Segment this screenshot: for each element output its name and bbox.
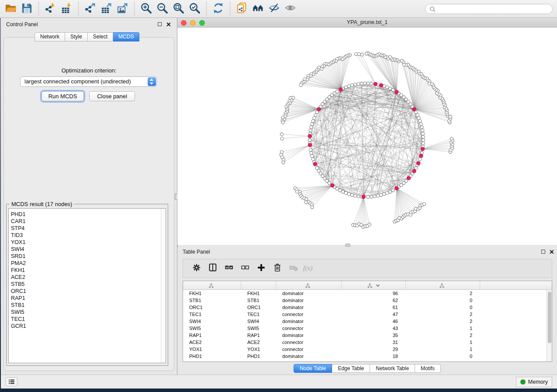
zoom-selected-button[interactable]	[187, 2, 203, 16]
float-panel-icon[interactable]	[158, 22, 162, 26]
show-button[interactable]	[282, 2, 298, 16]
search-box[interactable]	[425, 4, 553, 14]
refresh-button[interactable]	[210, 2, 226, 16]
maximize-window-icon[interactable]	[199, 20, 205, 26]
export-image-button[interactable]	[114, 2, 131, 16]
table-row[interactable]: RAP1RAP1dominator352	[183, 332, 547, 339]
import-table-icon	[61, 2, 73, 16]
cell-predecessor_nodes: 2	[406, 318, 480, 325]
criterion-dropdown[interactable]: largest connected component (undirected)	[20, 76, 157, 87]
result-node[interactable]: FKH1	[9, 267, 160, 274]
add-column-button[interactable]	[253, 262, 269, 275]
table-row[interactable]: SWI4SWI4dominator462	[183, 318, 547, 325]
result-node[interactable]: PMA2	[9, 260, 160, 267]
table-row[interactable]: ACE2ACE2connector311	[183, 339, 547, 346]
tab-network-table[interactable]: Network Table	[370, 364, 415, 373]
memory-button[interactable]: Memory	[516, 377, 552, 387]
result-node[interactable]: PHD1	[9, 211, 160, 218]
zoom-in-button[interactable]	[138, 2, 154, 16]
result-node[interactable]: SWI5	[9, 309, 160, 316]
table-scrollbar-thumb[interactable]	[548, 292, 551, 343]
result-node[interactable]: GCR1	[9, 323, 160, 330]
close-window-icon[interactable]	[181, 20, 187, 26]
float-table-panel-icon[interactable]	[541, 250, 545, 254]
run-mcds-button[interactable]: Run MCDS	[42, 91, 84, 101]
settings-button[interactable]	[188, 262, 204, 275]
zoom-out-button[interactable]	[154, 2, 170, 16]
result-list-scrollbar[interactable]	[161, 209, 166, 363]
deselect-all-button[interactable]	[237, 262, 253, 275]
refresh-icon	[212, 2, 224, 16]
cell-predecessor_nodes: 1	[406, 339, 480, 346]
export-table-button[interactable]	[98, 2, 114, 16]
cell-predecessor_nodes: 2	[406, 311, 480, 318]
cell-predecessor_nodes: 0	[406, 304, 480, 311]
cell-predecessor_nodes: 2	[406, 332, 480, 339]
network-canvas[interactable]	[177, 28, 557, 245]
table-row[interactable]: YOX1YOX1connector291	[183, 346, 547, 353]
table-row[interactable]: SWI5SWI5connector431	[183, 325, 547, 332]
column-header-name[interactable]	[241, 281, 276, 290]
tab-style[interactable]: Style	[65, 32, 88, 41]
open-folder-button[interactable]	[3, 2, 19, 16]
tab-mcds[interactable]: MCDS	[113, 32, 139, 41]
share-document-icon	[236, 2, 248, 16]
column-header-predecessor_nodes[interactable]	[406, 281, 480, 290]
result-node[interactable]: SWI4	[9, 246, 160, 253]
close-panel-button[interactable]: Close panel	[89, 91, 135, 101]
table-row[interactable]: STB1STB1dominator620	[183, 297, 547, 304]
cell-name: ACE2	[241, 339, 276, 346]
cell-mcds_role: dominator	[276, 332, 342, 339]
zoom-in-icon	[140, 2, 152, 16]
import-network-button[interactable]	[42, 2, 59, 16]
share-document-button[interactable]	[234, 2, 250, 16]
zoom-fit-button[interactable]	[170, 2, 187, 16]
formula-button[interactable]: f(x)	[301, 262, 318, 275]
column-header-shared_name[interactable]	[183, 281, 241, 290]
table-row[interactable]: TEC1TEC1connector472	[183, 311, 547, 318]
columns-button[interactable]	[204, 262, 221, 275]
result-node[interactable]: SRD1	[9, 253, 160, 260]
find-icon	[252, 2, 264, 16]
search-input[interactable]	[438, 5, 552, 13]
tab-network[interactable]: Network	[35, 32, 65, 41]
horizontal-splitter-grip[interactable]	[345, 244, 350, 247]
column-header-successor_nodes[interactable]	[342, 281, 406, 290]
save-session-button[interactable]	[19, 2, 35, 16]
delete-table-button[interactable]	[285, 262, 301, 275]
column-header-mcds_role[interactable]	[276, 281, 342, 290]
result-node[interactable]: STB1	[9, 302, 160, 309]
hide-button[interactable]	[266, 2, 282, 16]
export-network-button[interactable]	[82, 2, 98, 16]
result-node[interactable]: STB5	[9, 281, 160, 288]
close-table-panel-icon[interactable]: ✕	[549, 250, 554, 254]
table-row[interactable]: PHD1PHD1dominator180	[183, 353, 547, 360]
tab-select[interactable]: Select	[88, 32, 113, 41]
close-panel-icon[interactable]: ✕	[166, 22, 171, 27]
minimize-window-icon[interactable]	[190, 20, 196, 26]
result-node[interactable]: ORC1	[9, 288, 160, 295]
cell-mcds_role: dominator	[276, 318, 342, 325]
mcds-result-group: MCDS result (17 nodes) PHD1CAR1STP4TID3Y…	[6, 204, 168, 366]
import-table-button[interactable]	[59, 2, 75, 16]
select-all-button[interactable]	[221, 262, 237, 275]
result-node[interactable]: TID3	[9, 232, 160, 239]
tab-edge-table[interactable]: Edge Table	[332, 364, 370, 373]
result-node[interactable]: RAP1	[9, 295, 160, 302]
delete-column-button[interactable]	[269, 262, 285, 275]
toolbar-separator	[78, 2, 79, 16]
result-node[interactable]: YOX1	[9, 239, 160, 246]
result-node[interactable]: ACE2	[9, 274, 160, 281]
table-scrollbar[interactable]	[547, 290, 552, 361]
result-node[interactable]: CAR1	[9, 218, 160, 225]
cell-shared_name: STB1	[183, 297, 241, 304]
table-row[interactable]: FKH1FKH1dominator962	[183, 290, 547, 297]
result-node[interactable]: STP4	[9, 225, 160, 232]
task-history-button[interactable]	[6, 377, 17, 386]
find-button[interactable]	[250, 2, 266, 16]
result-node[interactable]: TEC1	[9, 316, 160, 323]
tab-motifs[interactable]: Motifs	[415, 364, 441, 373]
tab-node-table[interactable]: Node Table	[294, 364, 332, 373]
zoom-out-icon	[156, 2, 168, 16]
table-row[interactable]: ORC1ORC1dominator610	[183, 304, 547, 311]
